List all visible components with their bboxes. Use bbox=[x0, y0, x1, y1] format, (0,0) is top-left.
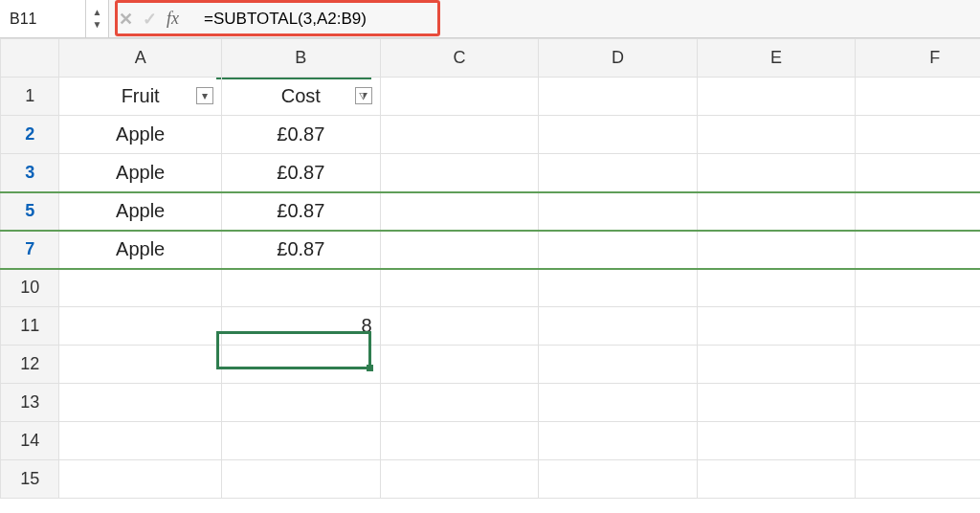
cell-F15[interactable] bbox=[856, 460, 980, 499]
cell-A3[interactable]: Apple bbox=[59, 154, 222, 192]
cell-B12[interactable] bbox=[222, 346, 381, 384]
cell-F1[interactable] bbox=[856, 78, 980, 116]
column-header-E[interactable]: E bbox=[697, 39, 856, 78]
cell-F5[interactable] bbox=[856, 192, 980, 231]
cell-D3[interactable] bbox=[539, 154, 698, 192]
cell-C11[interactable] bbox=[380, 307, 539, 346]
cell-A13[interactable] bbox=[59, 384, 222, 422]
row-header-14[interactable]: 14 bbox=[1, 422, 59, 460]
cell-C15[interactable] bbox=[380, 460, 539, 499]
cell-D11[interactable] bbox=[539, 307, 698, 346]
cell-B2[interactable]: £0.87 bbox=[222, 116, 381, 154]
cell-A10[interactable] bbox=[59, 269, 222, 307]
cell-D5[interactable] bbox=[539, 192, 698, 231]
filter-active-B-icon[interactable]: ⧩ bbox=[355, 87, 372, 104]
cell-D13[interactable] bbox=[539, 384, 698, 422]
formula-input[interactable] bbox=[198, 5, 961, 33]
cell-C7[interactable] bbox=[380, 231, 539, 269]
cell-A7[interactable]: Apple bbox=[59, 231, 222, 269]
table-row: 1 Fruit ▾ Cost ⧩ bbox=[1, 78, 981, 116]
column-header-C[interactable]: C bbox=[380, 39, 539, 78]
cell-C3[interactable] bbox=[380, 154, 539, 192]
cell-F10[interactable] bbox=[856, 269, 980, 307]
cell-D14[interactable] bbox=[539, 422, 698, 460]
row-header-13[interactable]: 13 bbox=[1, 384, 59, 422]
cell-C13[interactable] bbox=[380, 384, 539, 422]
cell-B10[interactable] bbox=[222, 269, 381, 307]
cell-F14[interactable] bbox=[856, 422, 980, 460]
cell-D15[interactable] bbox=[539, 460, 698, 499]
row-header-10[interactable]: 10 bbox=[1, 269, 59, 307]
cell-F2[interactable] bbox=[856, 116, 980, 154]
cell-A12[interactable] bbox=[59, 346, 222, 384]
cell-E15[interactable] bbox=[697, 460, 856, 499]
cell-B1[interactable]: Cost ⧩ bbox=[222, 78, 381, 116]
cell-B11[interactable]: 8 bbox=[222, 307, 381, 346]
cell-E5[interactable] bbox=[697, 192, 856, 231]
cell-D12[interactable] bbox=[539, 346, 698, 384]
row-header-11[interactable]: 11 bbox=[1, 307, 59, 346]
name-box[interactable]: B11 bbox=[0, 0, 86, 37]
cell-B13[interactable] bbox=[222, 384, 381, 422]
cell-D1[interactable] bbox=[539, 78, 698, 116]
cell-B15[interactable] bbox=[222, 460, 381, 499]
stepper-up-icon[interactable]: ▲ bbox=[90, 7, 105, 18]
cell-E10[interactable] bbox=[697, 269, 856, 307]
cell-C2[interactable] bbox=[380, 116, 539, 154]
row-header-3[interactable]: 3 bbox=[1, 154, 59, 192]
cell-F12[interactable] bbox=[856, 346, 980, 384]
cell-D10[interactable] bbox=[539, 269, 698, 307]
cell-F3[interactable] bbox=[856, 154, 980, 192]
insert-function-button[interactable]: fx bbox=[167, 9, 179, 29]
cell-B5[interactable]: £0.87 bbox=[222, 192, 381, 231]
cell-C1[interactable] bbox=[380, 78, 539, 116]
cell-C10[interactable] bbox=[380, 269, 539, 307]
spreadsheet-app: B11 ▲ ▼ ✕ ✓ fx bbox=[0, 0, 980, 513]
cell-E11[interactable] bbox=[697, 307, 856, 346]
cell-A15[interactable] bbox=[59, 460, 222, 499]
table-row: 12 bbox=[1, 346, 981, 384]
cancel-formula-button[interactable]: ✕ bbox=[119, 9, 133, 30]
column-header-B[interactable]: B bbox=[222, 39, 381, 78]
row-header-15[interactable]: 15 bbox=[1, 460, 59, 499]
column-header-A[interactable]: A bbox=[59, 39, 222, 78]
cell-E2[interactable] bbox=[697, 116, 856, 154]
column-header-D[interactable]: D bbox=[539, 39, 698, 78]
cell-B14[interactable] bbox=[222, 422, 381, 460]
cell-E12[interactable] bbox=[697, 346, 856, 384]
select-all-corner[interactable] bbox=[1, 39, 59, 78]
accept-formula-button[interactable]: ✓ bbox=[143, 9, 157, 30]
filter-dropdown-A-icon[interactable]: ▾ bbox=[196, 87, 213, 104]
row-header-5[interactable]: 5 bbox=[1, 192, 59, 231]
cell-A1[interactable]: Fruit ▾ bbox=[59, 78, 222, 116]
column-header-F[interactable]: F bbox=[856, 39, 980, 78]
cell-A14[interactable] bbox=[59, 422, 222, 460]
row-header-1[interactable]: 1 bbox=[1, 78, 59, 116]
cell-F7[interactable] bbox=[856, 231, 980, 269]
cell-F11[interactable] bbox=[856, 307, 980, 346]
cell-E1[interactable] bbox=[697, 78, 856, 116]
table-row: 13 bbox=[1, 384, 981, 422]
cell-D2[interactable] bbox=[539, 116, 698, 154]
cell-C14[interactable] bbox=[380, 422, 539, 460]
stepper-down-icon[interactable]: ▼ bbox=[90, 19, 105, 31]
cell-C12[interactable] bbox=[380, 346, 539, 384]
cell-C5[interactable] bbox=[380, 192, 539, 231]
row-header-7[interactable]: 7 bbox=[1, 231, 59, 269]
worksheet[interactable]: A B C D E F 1 Fruit ▾ Cost bbox=[0, 38, 980, 499]
cell-E14[interactable] bbox=[697, 422, 856, 460]
cell-A2[interactable]: Apple bbox=[59, 116, 222, 154]
row-header-2[interactable]: 2 bbox=[1, 116, 59, 154]
cell-A5[interactable]: Apple bbox=[59, 192, 222, 231]
cell-E3[interactable] bbox=[697, 154, 856, 192]
cell-B3[interactable]: £0.87 bbox=[222, 154, 381, 192]
cell-F13[interactable] bbox=[856, 384, 980, 422]
table-row: 7 Apple £0.87 bbox=[1, 231, 981, 269]
cell-A11[interactable] bbox=[59, 307, 222, 346]
row-header-12[interactable]: 12 bbox=[1, 346, 59, 384]
cell-E7[interactable] bbox=[697, 231, 856, 269]
cell-B7[interactable]: £0.87 bbox=[222, 231, 381, 269]
cell-D7[interactable] bbox=[539, 231, 698, 269]
cell-E13[interactable] bbox=[697, 384, 856, 422]
name-box-stepper[interactable]: ▲ ▼ bbox=[86, 0, 109, 37]
